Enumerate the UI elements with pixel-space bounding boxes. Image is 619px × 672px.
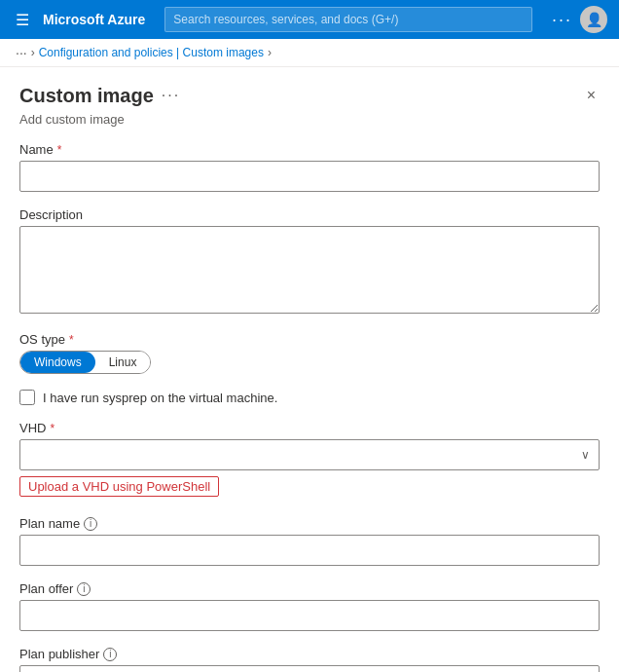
description-field-group: Description	[19, 207, 600, 317]
breadcrumb: ··· › Configuration and policies | Custo…	[0, 39, 619, 67]
plan-name-info-icon[interactable]: i	[84, 517, 97, 531]
sysprep-checkbox[interactable]	[19, 390, 35, 405]
sysprep-label: I have run sysprep on the virtual machin…	[43, 391, 277, 405]
breadcrumb-sep2: ›	[268, 46, 272, 59]
plan-offer-group: Plan offer i	[19, 581, 600, 631]
panel-header: Custom image ··· ×	[0, 67, 619, 112]
vhd-select-wrapper	[19, 439, 600, 470]
plan-name-label: Plan name i	[19, 516, 600, 531]
hamburger-menu[interactable]: ☰	[12, 7, 33, 33]
vhd-required-star: *	[50, 422, 55, 435]
close-button[interactable]: ×	[583, 83, 600, 108]
plan-offer-input[interactable]	[19, 600, 600, 631]
os-linux-button[interactable]: Linux	[95, 352, 151, 373]
name-required-star: *	[57, 143, 62, 157]
plan-publisher-info-icon[interactable]: i	[103, 648, 117, 661]
plan-publisher-label: Plan publisher i	[19, 647, 600, 661]
name-label: Name *	[19, 142, 600, 157]
os-type-group: OS type * Windows Linux	[19, 332, 600, 374]
search-input[interactable]	[173, 13, 524, 26]
vhd-field-group: VHD * Upload a VHD using PowerShell	[19, 421, 600, 501]
os-windows-button[interactable]: Windows	[20, 352, 95, 373]
vhd-select[interactable]	[19, 439, 600, 470]
plan-name-input[interactable]	[19, 535, 600, 566]
user-avatar[interactable]: 👤	[580, 6, 607, 33]
search-bar[interactable]	[164, 7, 532, 32]
top-navigation: ☰ Microsoft Azure ··· 👤	[0, 0, 619, 39]
name-field-group: Name *	[19, 142, 600, 192]
vhd-label: VHD *	[19, 421, 600, 435]
plan-name-group: Plan name i	[19, 516, 600, 566]
os-required-star: *	[69, 333, 74, 347]
description-label: Description	[19, 207, 600, 222]
os-type-label: OS type *	[19, 332, 600, 347]
nav-right: ··· 👤	[552, 6, 607, 33]
plan-offer-info-icon[interactable]: i	[77, 582, 91, 596]
plan-publisher-input[interactable]	[19, 665, 600, 672]
breadcrumb-dots[interactable]: ···	[16, 45, 27, 60]
panel-title-row: Custom image ···	[19, 85, 180, 107]
sysprep-row: I have run sysprep on the virtual machin…	[19, 390, 600, 405]
form-body: Name * Description OS type * Windows Lin…	[0, 142, 619, 672]
panel-subtitle: Add custom image	[0, 112, 619, 142]
panel-title: Custom image	[19, 85, 154, 107]
plan-offer-label: Plan offer i	[19, 581, 600, 596]
breadcrumb-sep1: ›	[31, 46, 35, 59]
breadcrumb-link[interactable]: Configuration and policies | Custom imag…	[39, 46, 264, 59]
description-input[interactable]	[19, 226, 600, 314]
custom-image-panel: Custom image ··· × Add custom image Name…	[0, 67, 619, 672]
name-input[interactable]	[19, 161, 600, 192]
azure-logo: Microsoft Azure	[43, 12, 145, 27]
os-type-toggle[interactable]: Windows Linux	[19, 351, 151, 374]
panel-more-options[interactable]: ···	[162, 87, 180, 104]
plan-publisher-group: Plan publisher i	[19, 647, 600, 672]
upload-vhd-link[interactable]: Upload a VHD using PowerShell	[19, 476, 219, 497]
nav-more-options[interactable]: ···	[552, 10, 572, 30]
